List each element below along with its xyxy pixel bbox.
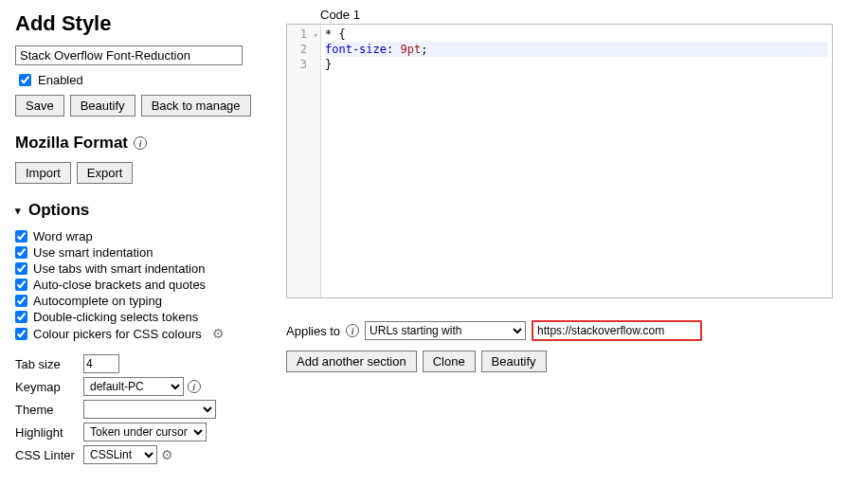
beautify-button[interactable]: Beautify (70, 95, 135, 117)
keymap-label: Keymap (15, 380, 83, 394)
opt-dblclick-tokens[interactable]: Double-clicking selects tokens (15, 310, 260, 324)
enabled-checkbox[interactable] (19, 74, 31, 86)
theme-select[interactable] (83, 400, 216, 419)
gear-icon[interactable]: ⚙ (161, 447, 173, 462)
highlight-label: Highlight (15, 425, 83, 440)
applies-to-row: Applies to i URLs starting with (286, 320, 833, 341)
editor-gutter: ▾ 1 2 3 (287, 25, 321, 297)
opt-colour-pickers[interactable]: Colour pickers for CSS colours ⚙ (15, 326, 260, 341)
enabled-checkbox-label[interactable]: Enabled (15, 71, 83, 89)
style-name-input[interactable] (15, 45, 243, 65)
page-title: Add Style (15, 11, 260, 36)
options-heading[interactable]: Options (15, 201, 260, 220)
code-editor[interactable]: ▾ 1 2 3 * { font-size: 9pt; } (286, 24, 833, 298)
back-button[interactable]: Back to manage (141, 95, 251, 117)
beautify-section-button[interactable]: Beautify (481, 351, 547, 372)
keymap-select[interactable]: default-PC (83, 377, 184, 396)
opt-smart-indent[interactable]: Use smart indentation (15, 245, 260, 260)
opt-word-wrap[interactable]: Word wrap (15, 229, 260, 243)
add-section-button[interactable]: Add another section (286, 351, 417, 372)
code-line-2: font-size: 9pt; (325, 42, 828, 57)
fold-icon[interactable]: ▾ (314, 27, 318, 43)
sidebar: Add Style Enabled Save Beautify Back to … (0, 0, 275, 483)
opt-auto-close[interactable]: Auto-close brackets and quotes (15, 278, 260, 292)
code-line-3: } (325, 57, 828, 72)
editor-code[interactable]: * { font-size: 9pt; } (321, 25, 832, 297)
applies-to-label: Applies to (286, 324, 340, 338)
export-button[interactable]: Export (77, 162, 134, 184)
gear-icon[interactable]: ⚙ (212, 326, 225, 341)
save-button[interactable]: Save (15, 95, 64, 117)
theme-label: Theme (15, 403, 83, 417)
highlight-select[interactable]: Token under cursor (83, 423, 207, 441)
tabsize-row: Tab size (15, 354, 260, 373)
linter-select[interactable]: CSSLint (83, 445, 157, 464)
code-section-label: Code 1 (320, 8, 833, 22)
code-line-1: * { (325, 27, 828, 42)
clone-button[interactable]: Clone (423, 351, 476, 372)
tabsize-input[interactable] (83, 354, 119, 373)
mozilla-format-heading: Mozilla Format i (15, 134, 260, 153)
info-icon[interactable]: i (134, 136, 147, 150)
info-icon[interactable]: i (188, 380, 201, 393)
import-button[interactable]: Import (15, 162, 71, 184)
applies-to-url-input[interactable] (532, 320, 702, 341)
linter-label: CSS Linter (15, 448, 83, 462)
tabsize-label: Tab size (15, 357, 83, 371)
opt-tabs-smart-indent[interactable]: Use tabs with smart indentation (15, 261, 260, 276)
theme-row: Theme (15, 400, 260, 419)
applies-to-select[interactable]: URLs starting with (365, 321, 526, 340)
linter-row: CSS Linter CSSLint ⚙ (15, 445, 260, 464)
enabled-text: Enabled (38, 73, 83, 87)
info-icon[interactable]: i (346, 324, 359, 337)
highlight-row: Highlight Token under cursor (15, 423, 260, 441)
opt-autocomplete[interactable]: Autocomplete on typing (15, 294, 260, 308)
keymap-row: Keymap default-PC i (15, 377, 260, 396)
main-area: Code 1 ▾ 1 2 3 * { font-size: 9pt; } App… (275, 0, 848, 483)
